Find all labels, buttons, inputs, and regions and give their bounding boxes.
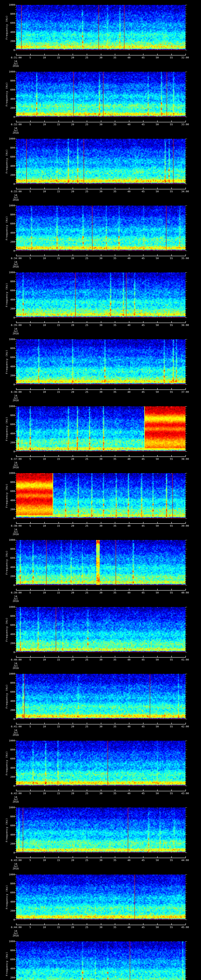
y-tick-label-600: 600 <box>0 891 15 894</box>
y-tick-label-800: 800 <box>0 949 15 951</box>
y-tick-label-200: 200 <box>0 709 15 711</box>
y-tick-label-800: 800 <box>0 280 15 283</box>
y-tick-label-400: 400 <box>0 633 15 635</box>
y-tick-label-600: 600 <box>0 22 15 24</box>
y-tick-label-0: 0 <box>0 584 15 586</box>
x-tick-label-30: 30 <box>97 56 105 59</box>
x-start-time-label: 6:41:00 <box>6 725 26 728</box>
x-tick-label-45: 45 <box>139 591 147 594</box>
x-tick-label-5: 5 <box>26 324 34 326</box>
x-tick-label-30: 30 <box>97 792 105 795</box>
x-tick-label-25: 25 <box>83 525 91 527</box>
x-tick-label-10: 10 <box>40 725 48 728</box>
x-tick-label-40: 40 <box>125 659 133 661</box>
x-tick-label-35: 35 <box>111 123 119 126</box>
y-tick-label-800: 800 <box>0 146 15 149</box>
x-tick-label-55: 55 <box>168 591 175 594</box>
x-tick-label-45: 45 <box>139 926 147 929</box>
y-tick-label-800: 800 <box>0 681 15 684</box>
x-start-time-label: 6:34:00 <box>6 257 26 259</box>
x-tick-label-40: 40 <box>125 591 133 594</box>
x-tick-label-45: 45 <box>139 56 147 59</box>
x-tick-label-30: 30 <box>97 123 105 126</box>
y-tick-label-400: 400 <box>0 98 15 100</box>
y-tick-label-200: 200 <box>0 842 15 845</box>
x-start-time-label: 6:33:00 <box>6 190 26 192</box>
x-tick-label-45: 45 <box>139 257 147 259</box>
x-start-time-label: 6:42:00 <box>6 792 26 795</box>
x-tick-label-10: 10 <box>40 190 48 192</box>
x-tick-label-40: 40 <box>125 257 133 259</box>
x-tick-label-35: 35 <box>111 859 119 861</box>
y-tick-label-1000: 1000 <box>0 606 15 608</box>
x-end-time-label: 42:00 <box>175 725 195 728</box>
x-tick-label-55: 55 <box>168 190 175 192</box>
x-tick-label-55: 55 <box>168 525 175 527</box>
y-tick-label-0: 0 <box>0 918 15 921</box>
x-tick-label-40: 40 <box>125 391 133 393</box>
y-tick-label-1000: 1000 <box>0 405 15 407</box>
x-tick-label-20: 20 <box>69 56 77 59</box>
x-tick-label-25: 25 <box>83 257 91 259</box>
x-tick-label-20: 20 <box>69 525 77 527</box>
x-tick-label-5: 5 <box>26 525 34 527</box>
x-tick-label-20: 20 <box>69 792 77 795</box>
y-tick-label-600: 600 <box>0 88 15 91</box>
x-tick-label-15: 15 <box>54 257 62 259</box>
x-tick-label-50: 50 <box>153 525 161 527</box>
y-tick-label-1000: 1000 <box>0 873 15 876</box>
x-tick-label-10: 10 <box>40 123 48 126</box>
x-start-time-label: 6:40:00 <box>6 659 26 661</box>
x-tick-label-30: 30 <box>97 725 105 728</box>
x-tick-label-45: 45 <box>139 792 147 795</box>
y-tick-label-0: 0 <box>0 851 15 854</box>
y-tick-label-600: 600 <box>0 490 15 492</box>
y-tick-label-400: 400 <box>0 967 15 970</box>
y-tick-label-200: 200 <box>0 240 15 243</box>
x-tick-label-5: 5 <box>26 391 34 393</box>
x-tick-label-20: 20 <box>69 458 77 460</box>
spectrogram-panel: Frequency (Hz) 0 200 400 600 800 1000 6:… <box>0 669 201 736</box>
y-tick-label-1000: 1000 <box>0 739 15 742</box>
y-tick-label-400: 400 <box>0 834 15 836</box>
x-tick-label-50: 50 <box>153 391 161 393</box>
x-tick-label-40: 40 <box>125 56 133 59</box>
x-tick-label-55: 55 <box>168 792 175 795</box>
x-tick-label-5: 5 <box>26 123 34 126</box>
x-tick-label-50: 50 <box>153 190 161 192</box>
y-tick-label-800: 800 <box>0 815 15 818</box>
x-tick-label-20: 20 <box>69 190 77 192</box>
x-end-time-label: 43:00 <box>175 792 195 795</box>
x-tick-label-15: 15 <box>54 792 62 795</box>
x-tick-label-35: 35 <box>111 190 119 192</box>
x-tick-label-45: 45 <box>139 659 147 661</box>
x-tick-label-35: 35 <box>111 926 119 929</box>
x-start-time-label: 6:32:00 <box>6 123 26 126</box>
x-end-time-label: 32:00 <box>175 56 195 59</box>
y-axis-title: Frequency (Hz) <box>5 283 8 307</box>
x-tick-label-45: 45 <box>139 123 147 126</box>
x-tick-label-15: 15 <box>54 56 62 59</box>
x-tick-label-10: 10 <box>40 792 48 795</box>
x-start-time-label: 6:37:00 <box>6 458 26 460</box>
x-tick-label-10: 10 <box>40 324 48 326</box>
x-tick-label-10: 10 <box>40 859 48 861</box>
y-tick-label-600: 600 <box>0 624 15 626</box>
x-tick-label-25: 25 <box>83 123 91 126</box>
x-tick-label-55: 55 <box>168 324 175 326</box>
y-tick-label-400: 400 <box>0 365 15 368</box>
y-tick-label-200: 200 <box>0 307 15 310</box>
y-tick-label-400: 400 <box>0 432 15 435</box>
y-tick-label-200: 200 <box>0 910 15 912</box>
x-tick-label-55: 55 <box>168 859 175 861</box>
x-tick-label-5: 5 <box>26 725 34 728</box>
x-tick-label-5: 5 <box>26 56 34 59</box>
x-tick-label-50: 50 <box>153 926 161 929</box>
y-axis-title: Frequency (Hz) <box>5 149 8 173</box>
y-tick-label-600: 600 <box>0 289 15 292</box>
spectrogram-panel: Frequency (Hz) 0 200 400 600 800 1000 6:… <box>0 134 201 201</box>
x-tick-label-50: 50 <box>153 123 161 126</box>
y-axis-title: Frequency (Hz) <box>5 417 8 441</box>
spectrogram-panel: Frequency (Hz) 0 200 400 600 800 1000 6:… <box>0 401 201 468</box>
x-tick-label-15: 15 <box>54 324 62 326</box>
